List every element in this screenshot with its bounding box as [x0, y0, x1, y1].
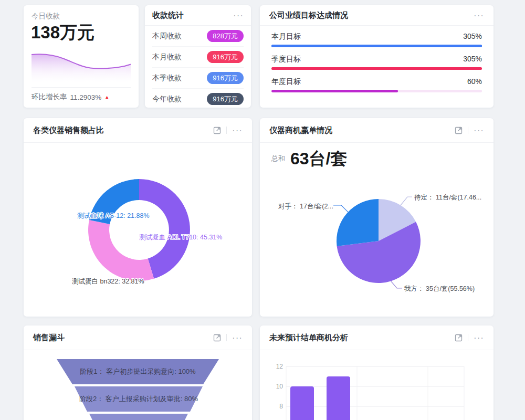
stat-label: 本月收款 [152, 52, 182, 62]
divider [226, 127, 227, 134]
goal-progress-fill [271, 90, 398, 92]
stat-label: 本季收款 [152, 74, 182, 83]
card-today-collection: 今日收款 138万元 环比增长率 11.2903% ▲ [24, 5, 139, 108]
y-axis-tick: 12 [276, 363, 284, 370]
donut-slice-label: 测试凝血 ACL T710: 45.31% [139, 233, 222, 242]
goal-row-top: 季度目标305% [271, 55, 482, 64]
growth-label: 环比增长率 [32, 92, 67, 102]
funnel-stage-label: 阶段2： 客户上报采购计划及审批: 80% [79, 394, 198, 404]
goal-progress-fill [271, 45, 482, 47]
card-header: 销售漏斗 ··· [24, 326, 252, 350]
goal-value: 305% [463, 55, 482, 64]
donut-chart[interactable]: 测试凝血 ACL T710: 45.31%测试蛋白 bn322: 32.81%测… [24, 143, 252, 317]
funnel-stage[interactable] [89, 414, 188, 420]
card-future-deals-analysis: 未来预计结单商机分析 ··· 12108 [260, 326, 494, 420]
card-title: 仪器商机赢单情况 [269, 125, 332, 135]
donut-slice-label: 测试血球 AS-12: 21.88% [77, 212, 150, 220]
card-collection-stats: 收款统计 ··· 本周收款828万元本月收款916万元本季收款916万元今年收款… [145, 5, 251, 108]
expand-icon[interactable] [455, 127, 463, 134]
card-title: 公司业绩目标达成情况 [269, 10, 348, 20]
stat-row: 本季收款916万元 [152, 68, 244, 89]
dashboard-page: 今日收款 138万元 环比增长率 11.2903% ▲ 收款统计 ··· 本周收… [0, 0, 525, 420]
stat-row: 本周收款828万元 [152, 26, 244, 47]
card-title: 各类仪器销售额占比 [33, 125, 104, 135]
card-title: 销售漏斗 [33, 333, 65, 343]
today-sparkline-chart[interactable] [32, 51, 131, 85]
goal-label: 本月目标 [271, 32, 301, 41]
goal-value: 60% [467, 77, 482, 87]
donut-slice[interactable] [88, 220, 154, 281]
card-header: 公司业绩目标达成情况 ··· [260, 5, 494, 26]
goal-row-top: 本月目标305% [271, 32, 482, 41]
pie-slice-label: 待定： 11台/套(17.46... [414, 193, 481, 202]
bar-chart[interactable]: 12108 [260, 350, 494, 420]
stat-row: 本月收款916万元 [152, 47, 244, 68]
stats-row-list: 本周收款828万元本月收款916万元本季收款916万元今年收款916万元 [145, 26, 251, 108]
ellipsis-icon[interactable]: ··· [232, 333, 243, 342]
stat-label: 今年收款 [152, 94, 182, 104]
expand-icon[interactable] [213, 334, 221, 342]
ellipsis-icon[interactable]: ··· [474, 126, 484, 135]
card-title: 未来预计结单商机分析 [269, 333, 348, 343]
card-header: 各类仪器销售额占比 ··· [24, 118, 252, 143]
bar[interactable] [290, 386, 314, 420]
stat-badge: 916万元 [207, 72, 244, 85]
card-title: 收款统计 [152, 10, 184, 20]
pie-label-leader [401, 197, 412, 205]
goal-label: 年度目标 [271, 77, 301, 87]
stat-row: 今年收款916万元 [152, 89, 244, 108]
expand-icon[interactable] [455, 334, 463, 342]
pie-slice[interactable] [337, 199, 379, 246]
divider [468, 127, 468, 134]
sparkline-area [32, 54, 131, 85]
stat-badge: 916万元 [207, 51, 244, 64]
pie-slice-label: 我方： 35台/套(55.56%) [404, 285, 475, 293]
card-sales-funnel: 销售漏斗 ··· 阶段1： 客户初步提出采购意向: 100%阶段2： 客户上报采… [24, 326, 252, 420]
ellipsis-icon[interactable]: ··· [474, 333, 484, 342]
ellipsis-icon[interactable]: ··· [232, 126, 243, 135]
goal-label: 季度目标 [271, 55, 301, 64]
bar[interactable] [327, 376, 350, 420]
ellipsis-icon[interactable]: ··· [233, 11, 244, 20]
card-instrument-sales-share: 各类仪器销售额占比 ··· 测试凝血 ACL T710: 45.31%测试蛋白 … [24, 118, 252, 317]
pie-label-leader [391, 281, 402, 288]
card-header: 收款统计 ··· [145, 5, 251, 26]
card-performance-goals: 公司业绩目标达成情况 ··· 本月目标305%季度目标305%年度目标60% [260, 5, 494, 108]
goal-progress-track [271, 90, 482, 92]
goal-value: 305% [463, 32, 482, 41]
goal-row: 本月目标305% [271, 32, 482, 47]
goal-row-top: 年度目标60% [271, 77, 482, 87]
up-triangle-icon: ▲ [104, 95, 109, 100]
divider [226, 334, 227, 341]
today-label: 今日收款 [32, 12, 60, 21]
pie-label-leader [333, 205, 348, 212]
funnel-chart[interactable]: 阶段1： 客户初步提出采购意向: 100%阶段2： 客户上报采购计划及审批: 8… [24, 350, 252, 420]
funnel-stage-label: 阶段1： 客户初步提出采购意向: 100% [80, 367, 195, 376]
y-axis-tick: 10 [276, 383, 284, 390]
goal-progress-fill [271, 67, 482, 70]
expand-icon[interactable] [213, 127, 221, 134]
goal-row: 季度目标305% [271, 55, 482, 70]
stat-label: 本周收款 [152, 32, 182, 41]
goal-progress-track [271, 45, 482, 47]
divider [32, 87, 131, 88]
today-value: 138万元 [31, 21, 94, 45]
y-axis-tick: 8 [279, 403, 283, 410]
donut-slice-label: 测试蛋白 bn322: 32.81% [72, 277, 144, 286]
stat-badge: 828万元 [207, 30, 244, 43]
goal-row-list: 本月目标305%季度目标305%年度目标60% [260, 26, 494, 92]
today-growth-line: 环比增长率 11.2903% ▲ [32, 92, 109, 102]
card-opportunity-win: 仪器商机赢单情况 ··· 总和 63台/套 待定： 11台/套(17.46...… [260, 118, 494, 317]
stat-badge: 916万元 [207, 93, 244, 106]
growth-value: 11.2903% [70, 93, 102, 101]
pie-slice-label: 对手： 17台/套(2... [278, 202, 333, 211]
card-header: 仪器商机赢单情况 ··· [260, 118, 494, 143]
goal-progress-track [271, 67, 482, 70]
goal-row: 年度目标60% [271, 77, 482, 92]
pie-chart[interactable]: 总和 63台/套 待定： 11台/套(17.46...我方： 35台/套(55.… [260, 143, 494, 317]
ellipsis-icon[interactable]: ··· [474, 11, 484, 20]
divider [468, 334, 468, 341]
card-header: 未来预计结单商机分析 ··· [260, 326, 494, 350]
